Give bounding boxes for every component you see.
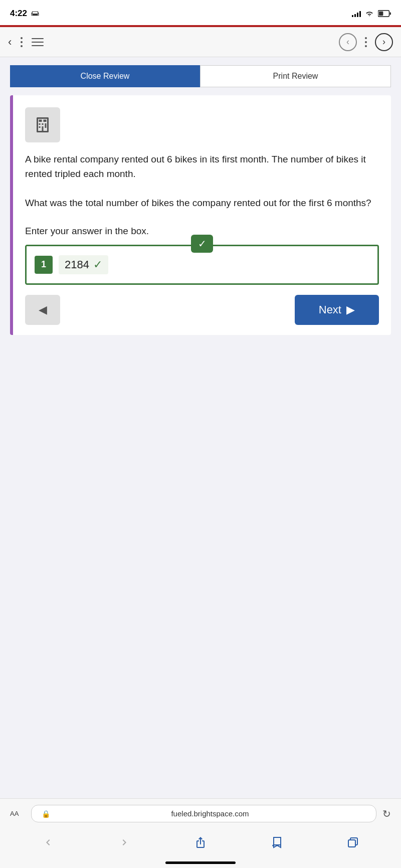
close-review-button[interactable]: Close Review: [10, 65, 200, 87]
prev-arrow: ◀: [39, 303, 47, 316]
svg-rect-2: [379, 12, 383, 16]
bottom-spacer: [0, 358, 401, 398]
next-label: Next: [319, 303, 341, 316]
print-review-button[interactable]: Print Review: [200, 65, 391, 87]
toolbar-right: ‹ ›: [339, 33, 393, 51]
calculator-icon: [34, 116, 52, 134]
home-indicator: [165, 861, 236, 864]
hamburger-menu-button[interactable]: [32, 38, 44, 46]
browser-back-nav-button[interactable]: [36, 833, 60, 851]
svg-rect-1: [389, 12, 391, 15]
status-bar: 4:22: [0, 0, 401, 25]
bookmarks-button[interactable]: [265, 833, 289, 851]
forward-nav-icon: [118, 836, 130, 848]
bookmarks-icon: [271, 836, 283, 848]
browser-forward-nav-button[interactable]: [112, 833, 136, 851]
back-button[interactable]: ‹: [8, 36, 12, 49]
status-icons: [352, 10, 391, 17]
previous-button[interactable]: ◀: [25, 295, 60, 325]
back-nav-icon: [42, 836, 54, 848]
main-content: Close Review Print Review A bike rental …: [0, 65, 401, 358]
question-text-2: What was the total number of bikes the c…: [25, 196, 379, 211]
answer-check-icon: ✓: [93, 258, 102, 271]
answer-value-display: 2184 ✓: [59, 255, 108, 274]
review-buttons-row: Close Review Print Review: [10, 65, 391, 87]
svg-rect-3: [348, 840, 355, 847]
next-arrow-icon: ▶: [346, 303, 355, 316]
more-options-button[interactable]: [21, 37, 23, 47]
wifi-icon: [365, 10, 374, 17]
answer-container: ✓ 1 2184 ✓: [25, 245, 379, 285]
url-text: fueled.brightspace.com: [54, 809, 366, 818]
battery-icon: [378, 10, 391, 17]
font-size-label[interactable]: AA: [10, 810, 25, 817]
reload-button[interactable]: ↻: [382, 808, 391, 820]
bottom-nav-row: [0, 828, 401, 861]
browser-forward-button[interactable]: ›: [375, 33, 393, 51]
toolbar-left: ‹: [8, 36, 44, 49]
browser-toolbar: ‹ ‹ ›: [0, 27, 401, 57]
browser-back-button[interactable]: ‹: [339, 33, 357, 51]
car-icon: [30, 10, 40, 18]
question-card: A bike rental company rented out 6 bikes…: [10, 95, 391, 335]
share-icon: [194, 836, 207, 848]
lock-icon: 🔒: [42, 810, 50, 818]
url-bar[interactable]: 🔒 fueled.brightspace.com: [31, 805, 376, 822]
next-button[interactable]: Next ▶: [295, 295, 379, 325]
browser-bottom-bar: AA 🔒 fueled.brightspace.com ↻: [0, 798, 401, 868]
tabs-icon: [347, 836, 359, 848]
navigation-buttons: ◀ Next ▶: [25, 295, 379, 325]
status-time: 4:22: [10, 9, 40, 19]
tabs-button[interactable]: [341, 833, 365, 851]
question-text-1: A bike rental company rented out 6 bikes…: [25, 152, 379, 181]
answer-value-text: 2184: [65, 258, 89, 271]
answer-number-badge: 1: [35, 256, 53, 274]
url-bar-row: AA 🔒 fueled.brightspace.com ↻: [0, 799, 401, 828]
time-display: 4:22: [10, 9, 27, 19]
correct-badge: ✓: [191, 235, 213, 253]
signal-bars: [352, 10, 361, 17]
calculator-icon-wrapper: [25, 107, 60, 142]
share-button[interactable]: [188, 833, 213, 851]
browser-more-options[interactable]: [365, 37, 367, 47]
